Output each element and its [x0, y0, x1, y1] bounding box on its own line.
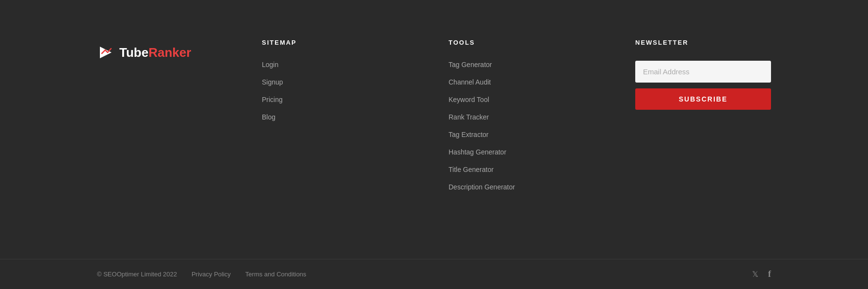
tools-section: TOOLS Tag Generator Channel Audit Keywor… [449, 39, 606, 230]
logo-text-red: Ranker [148, 45, 191, 60]
svg-marker-0 [100, 47, 112, 58]
email-input[interactable] [635, 61, 771, 83]
terms-conditions-link[interactable]: Terms and Conditions [245, 271, 306, 278]
tool-link-tag-extractor[interactable]: Tag Extractor [449, 131, 606, 138]
subscribe-button[interactable]: SUBSCRIBE [635, 88, 771, 110]
newsletter-section: NEWSLETTER SUBSCRIBE [635, 39, 771, 230]
tools-title: TOOLS [449, 39, 606, 46]
twitter-icon[interactable] [752, 269, 758, 279]
tool-link-description-generator[interactable]: Description Generator [449, 183, 606, 191]
tool-link-hashtag-generator[interactable]: Hashtag Generator [449, 148, 606, 156]
footer-bottom: © SEOOptimer Limited 2022 Privacy Policy… [0, 259, 868, 289]
sitemap-link-signup[interactable]: Signup [262, 78, 419, 86]
logo-text: TubeRanker [119, 45, 191, 60]
social-icons [752, 269, 771, 279]
copyright-text: © SEOOptimer Limited 2022 [97, 271, 177, 278]
facebook-icon[interactable] [768, 269, 771, 279]
footer-brand: TubeRanker [97, 39, 233, 230]
footer-bottom-left: © SEOOptimer Limited 2022 Privacy Policy… [97, 271, 306, 278]
logo-icon [97, 44, 114, 61]
logo-text-white: Tube [119, 45, 148, 60]
sitemap-link-pricing[interactable]: Pricing [262, 96, 419, 103]
tool-link-keyword-tool[interactable]: Keyword Tool [449, 96, 606, 103]
tool-link-rank-tracker[interactable]: Rank Tracker [449, 113, 606, 121]
sitemap-link-blog[interactable]: Blog [262, 113, 419, 121]
sitemap-link-login[interactable]: Login [262, 61, 419, 68]
footer-main: TubeRanker SITEMAP Login Signup Pricing … [0, 0, 868, 259]
footer: TubeRanker SITEMAP Login Signup Pricing … [0, 0, 868, 289]
newsletter-title: NEWSLETTER [635, 39, 771, 46]
tool-link-tag-generator[interactable]: Tag Generator [449, 61, 606, 68]
tool-link-title-generator[interactable]: Title Generator [449, 166, 606, 173]
sitemap-title: SITEMAP [262, 39, 419, 46]
privacy-policy-link[interactable]: Privacy Policy [192, 271, 231, 278]
logo: TubeRanker [97, 44, 191, 61]
sitemap-section: SITEMAP Login Signup Pricing Blog [262, 39, 419, 230]
tool-link-channel-audit[interactable]: Channel Audit [449, 78, 606, 86]
